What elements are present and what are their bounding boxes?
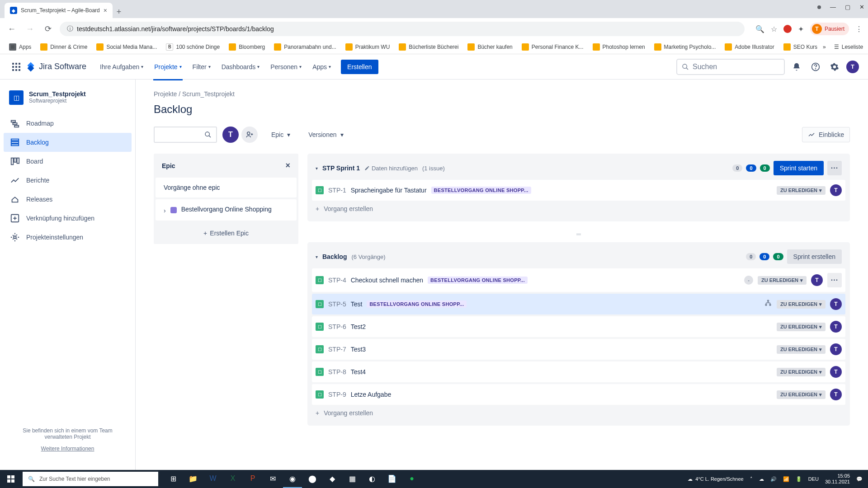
tray-chevron-icon[interactable]: ˄: [750, 476, 753, 482]
nav-people[interactable]: Personen▾: [266, 60, 306, 74]
create-epic-button[interactable]: +Erstellen Epic: [154, 222, 298, 244]
app-switcher-icon[interactable]: [9, 60, 24, 74]
bookmark-item[interactable]: Panoramabahn und...: [270, 42, 340, 52]
issue-key[interactable]: STP-1: [328, 187, 346, 194]
sidebar-settings[interactable]: Projekteinstellungen: [4, 228, 132, 247]
taskbar-search[interactable]: 🔍Zur Suche Text hier eingeben: [23, 472, 158, 486]
sprint-name[interactable]: STP Sprint 1: [322, 164, 360, 172]
onedrive-icon[interactable]: ☁: [759, 476, 764, 482]
breadcrumb-current[interactable]: Scrum_Testprojekt: [182, 90, 235, 98]
bookmarks-overflow-icon[interactable]: »: [823, 44, 826, 50]
new-tab-button[interactable]: +: [113, 5, 125, 18]
language-indicator[interactable]: DEU: [808, 476, 819, 482]
assignee-avatar[interactable]: T: [811, 274, 823, 286]
sprint-more-button[interactable]: ···: [827, 161, 842, 175]
issue-key[interactable]: STP-7: [328, 346, 346, 353]
spotify-icon[interactable]: ●: [402, 470, 421, 488]
word-icon[interactable]: W: [203, 470, 222, 488]
nav-apps[interactable]: Apps▾: [308, 60, 335, 74]
task-view-icon[interactable]: ⊞: [164, 470, 183, 488]
sidebar-releases[interactable]: Releases: [4, 190, 132, 209]
bookmark-item[interactable]: Bücherliste Bücherei: [395, 42, 462, 52]
app-icon[interactable]: ▦: [343, 470, 362, 488]
weather-widget[interactable]: ☁4°C L. Regen/Schnee: [688, 476, 744, 482]
issue-row[interactable]: ☐ STP-9 Letze Aufgabe ZU ERLEDIGEN▾ T: [312, 384, 845, 405]
child-issues-icon[interactable]: [764, 299, 772, 309]
footer-link[interactable]: Weitere Informationen: [11, 446, 124, 452]
assignee-filter-avatar[interactable]: T: [222, 127, 239, 143]
reload-button[interactable]: ⟳: [42, 23, 54, 35]
assignee-avatar[interactable]: T: [830, 343, 842, 355]
reading-list[interactable]: ☰Leseliste: [830, 42, 867, 52]
nav-filters[interactable]: Filter▾: [188, 60, 215, 74]
notepad-icon[interactable]: 📄: [382, 470, 401, 488]
issue-row[interactable]: ☐ STP-8 Test4 ZU ERLEDIGEN▾ T: [312, 361, 845, 382]
issue-key[interactable]: STP-4: [328, 277, 346, 284]
insights-button[interactable]: Einblicke: [802, 127, 850, 142]
user-avatar[interactable]: T: [846, 61, 859, 73]
search-input[interactable]: Suchen: [676, 59, 785, 75]
epic-item[interactable]: › Bestellvorgang Online Shopping: [156, 199, 297, 221]
notifications-icon[interactable]: [789, 60, 804, 74]
breadcrumb-root[interactable]: Projekte: [154, 90, 177, 98]
sidebar-add-link[interactable]: Verknüpfung hinzufügen: [4, 209, 132, 228]
bookmark-item[interactable]: Marketing Psycholo...: [651, 42, 720, 52]
epic-no-epic[interactable]: Vorgänge ohne epic: [156, 178, 297, 197]
app-icon[interactable]: ◆: [323, 470, 342, 488]
zoom-icon[interactable]: 🔍: [755, 25, 764, 33]
bookmark-item[interactable]: Bücher kaufen: [464, 42, 516, 52]
add-dates-link[interactable]: Daten hinzufügen: [364, 165, 418, 172]
help-icon[interactable]: [808, 60, 823, 74]
wifi-icon[interactable]: 📶: [783, 476, 789, 482]
browser-tab[interactable]: ◆ Scrum_Testprojekt – Agile-Board ×: [5, 3, 113, 18]
start-sprint-button[interactable]: Sprint starten: [774, 161, 824, 175]
sidebar-reports[interactable]: Berichte: [4, 171, 132, 190]
obs-icon[interactable]: ⬤: [303, 470, 322, 488]
assignee-avatar[interactable]: T: [830, 184, 842, 196]
issue-key[interactable]: STP-8: [328, 368, 346, 375]
estimate-badge[interactable]: -: [744, 276, 753, 285]
bookmark-item[interactable]: Praktikum WU: [342, 42, 394, 52]
bookmark-item[interactable]: Social Media Mana...: [93, 42, 160, 52]
sidebar-backlog[interactable]: Backlog: [4, 133, 132, 152]
status-badge[interactable]: ZU ERLEDIGEN▾: [777, 186, 826, 195]
close-icon[interactable]: ×: [285, 161, 290, 170]
volume-icon[interactable]: 🔊: [770, 476, 777, 482]
powerpoint-icon[interactable]: P: [243, 470, 262, 488]
issue-key[interactable]: STP-5: [328, 300, 346, 308]
issue-row[interactable]: ☐ STP-1 Spracheingabe für Tastatur BESTE…: [312, 180, 845, 201]
profile-badge[interactable]: T Pausiert: [810, 23, 849, 35]
mail-icon[interactable]: ✉: [263, 470, 282, 488]
site-info-icon[interactable]: ⓘ: [67, 25, 73, 33]
url-bar[interactable]: ⓘ testdeutsch1.atlassian.net/jira/softwa…: [60, 22, 745, 36]
issue-row[interactable]: ☐ STP-6 Test2 ZU ERLEDIGEN▾ T: [312, 316, 845, 337]
add-people-button[interactable]: [241, 127, 258, 143]
settings-icon[interactable]: [827, 60, 842, 74]
bookmark-item[interactable]: Bloomberg: [225, 42, 269, 52]
bookmark-item[interactable]: SEO Kurs: [780, 42, 821, 52]
start-button[interactable]: [0, 470, 22, 488]
issue-key[interactable]: STP-9: [328, 391, 346, 398]
minimize-btn[interactable]: —: [830, 4, 836, 10]
maximize-btn[interactable]: ▢: [845, 4, 850, 10]
bookmark-item[interactable]: ⊞Apps: [5, 42, 35, 52]
clock[interactable]: 15:05 30.11.2021: [825, 473, 850, 485]
extensions-icon[interactable]: ✦: [798, 25, 804, 33]
create-issue-button[interactable]: +Vorgang erstellen: [312, 201, 845, 217]
epic-badge[interactable]: BESTELLVORGANG ONLINE SHOPP...: [428, 277, 528, 284]
epic-filter[interactable]: Epic▾: [267, 127, 295, 142]
collapse-icon[interactable]: ▾: [316, 166, 318, 171]
issue-more-button[interactable]: ···: [827, 273, 842, 287]
status-badge[interactable]: ZU ERLEDIGEN▾: [777, 390, 826, 399]
sidebar-board[interactable]: Board: [4, 152, 132, 171]
chrome-menu-icon[interactable]: ⋮: [855, 25, 863, 33]
bookmark-item[interactable]: Dinner & Crime: [37, 42, 91, 52]
bookmark-item[interactable]: B100 schöne Dinge: [162, 42, 223, 52]
notifications-tray-icon[interactable]: 💬: [856, 476, 863, 482]
edge-icon[interactable]: ◐: [363, 470, 382, 488]
bookmark-item[interactable]: Photoshop lernen: [589, 42, 649, 52]
chrome-icon[interactable]: ◉: [283, 470, 302, 488]
version-filter[interactable]: Versionen▾: [304, 127, 348, 142]
nav-dashboards[interactable]: Dashboards▾: [217, 60, 264, 74]
status-badge[interactable]: ZU ERLEDIGEN▾: [777, 300, 826, 309]
